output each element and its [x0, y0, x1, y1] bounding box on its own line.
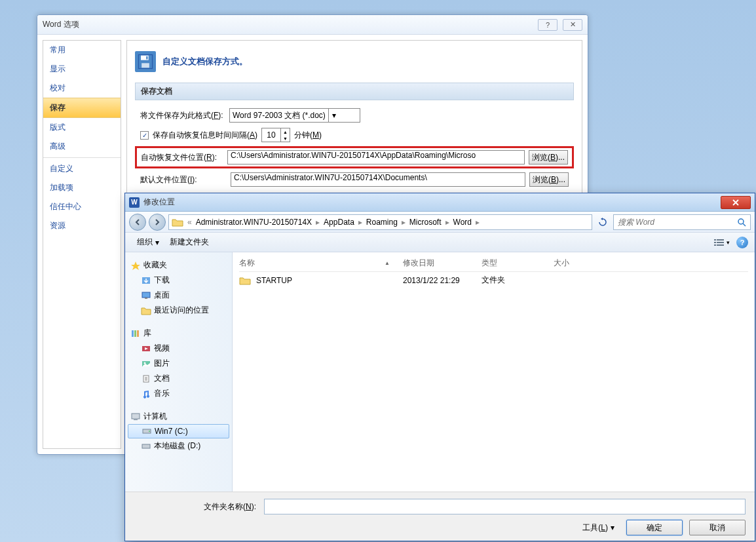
view-mode-button[interactable]: ▾: [713, 238, 730, 247]
chevron-icon[interactable]: ▸: [444, 218, 451, 227]
sidebar-item-display[interactable]: 显示: [43, 60, 121, 79]
tree-drive-c[interactable]: Win7 (C:): [128, 424, 229, 438]
file-name: STARTUP: [256, 276, 292, 285]
autorecover-minutes-spinner[interactable]: ▲▼: [261, 128, 290, 142]
chevron-down-icon: ▾: [727, 239, 730, 246]
sidebar-item-advanced[interactable]: 高级: [43, 137, 121, 156]
sidebar-item-layout[interactable]: 版式: [43, 118, 121, 137]
autorecover-location-row: 自动恢复文件位置(R): C:\Users\Administrator.WIN7…: [135, 146, 574, 168]
autorecover-label: 保存自动恢复信息时间间隔(A): [153, 130, 257, 141]
help-button[interactable]: ?: [538, 19, 558, 31]
folder-tree[interactable]: 收藏夹 下载 桌面 最近访问的位置 库 视频 图片 文档 音乐 计算机 Win7…: [125, 252, 233, 492]
refresh-button[interactable]: [595, 214, 611, 230]
svg-rect-15: [134, 330, 136, 337]
sidebar-item-addins[interactable]: 加载项: [43, 178, 121, 197]
sidebar-item-proofing[interactable]: 校对: [43, 79, 121, 98]
dropdown-icon[interactable]: ▾: [328, 109, 340, 122]
tree-library[interactable]: 库: [128, 326, 229, 341]
tree-drive-d[interactable]: 本地磁盘 (D:): [128, 438, 229, 454]
tree-documents[interactable]: 文档: [128, 371, 229, 386]
sidebar-item-save[interactable]: 保存: [43, 98, 121, 118]
folder-name-label: 文件夹名称(N):: [200, 501, 259, 513]
tree-music[interactable]: 音乐: [128, 386, 229, 401]
help-button[interactable]: ?: [736, 237, 748, 248]
svg-rect-13: [145, 298, 147, 299]
sidebar-item-resources[interactable]: 资源: [43, 216, 121, 235]
dialog-footer: 文件夹名称(N): 工具(L) ▾ 确定 取消: [125, 492, 755, 541]
save-disk-icon: [135, 51, 156, 72]
chevron-icon[interactable]: «: [186, 218, 193, 227]
tree-recent[interactable]: 最近访问的位置: [128, 303, 229, 318]
organize-menu[interactable]: 组织 ▾: [132, 237, 164, 248]
tools-menu[interactable]: 工具(L) ▾: [577, 522, 620, 533]
section-save-documents: 保存文档: [135, 83, 574, 100]
default-path-label: 默认文件位置(I):: [140, 174, 227, 185]
nav-forward-button[interactable]: [149, 214, 166, 231]
breadcrumb[interactable]: « Administrator.WIN7U-20150714X ▸ AppDat…: [168, 214, 592, 230]
bc-user[interactable]: Administrator.WIN7U-20150714X: [193, 218, 314, 227]
tree-downloads[interactable]: 下载: [128, 273, 229, 288]
col-type-header[interactable]: 类型: [482, 258, 554, 269]
new-folder-button[interactable]: 新建文件夹: [164, 237, 214, 248]
chevron-icon[interactable]: ▸: [400, 218, 407, 227]
bc-roaming[interactable]: Roaming: [364, 218, 400, 227]
svg-point-24: [149, 431, 150, 432]
file-row[interactable]: STARTUP 2013/1/22 21:29 文件夹: [239, 272, 748, 288]
svg-rect-12: [142, 292, 150, 298]
file-list[interactable]: 名称 ▲ 修改日期 类型 大小 STARTUP 2013/1/22 21:29 …: [233, 252, 755, 492]
minutes-input[interactable]: [262, 128, 280, 142]
chevron-icon[interactable]: ▸: [314, 218, 321, 227]
bc-word[interactable]: Word: [451, 218, 474, 227]
sidebar-item-trust[interactable]: 信任中心: [43, 197, 121, 216]
tree-computer[interactable]: 计算机: [128, 409, 229, 424]
word-app-icon: W: [129, 197, 140, 208]
format-select[interactable]: Word 97-2003 文档 (*.doc) ▾: [229, 108, 360, 123]
spin-up-icon[interactable]: ▲: [281, 128, 290, 135]
tree-favorites[interactable]: 收藏夹: [128, 258, 229, 273]
svg-rect-2: [142, 63, 149, 68]
chevron-icon[interactable]: ▸: [474, 218, 481, 227]
svg-rect-14: [132, 330, 134, 337]
svg-rect-7: [714, 242, 716, 243]
autorecover-checkbox[interactable]: ✓: [140, 131, 149, 140]
bc-appdata[interactable]: AppData: [321, 218, 357, 227]
cancel-button[interactable]: 取消: [689, 520, 746, 535]
svg-rect-16: [137, 330, 139, 337]
tree-desktop[interactable]: 桌面: [128, 288, 229, 303]
toolbar: 组织 ▾ 新建文件夹 ▾ ?: [125, 233, 755, 252]
chevron-down-icon: ▾: [155, 238, 159, 247]
browse-default-button[interactable]: 浏览(B)...: [529, 172, 569, 187]
nav-back-button[interactable]: [129, 214, 146, 231]
svg-rect-8: [717, 242, 724, 243]
column-headers: 名称 ▲ 修改日期 类型 大小: [239, 255, 748, 272]
ok-button[interactable]: 确定: [626, 520, 683, 535]
svg-rect-5: [714, 239, 716, 241]
col-name-header[interactable]: 名称 ▲: [239, 258, 403, 269]
col-size-header[interactable]: 大小: [554, 258, 593, 269]
search-input[interactable]: [618, 218, 737, 227]
dialog-close-button[interactable]: [721, 196, 751, 209]
file-type: 文件夹: [482, 275, 554, 286]
col-date-header[interactable]: 修改日期: [403, 258, 482, 269]
browse-autorecover-button[interactable]: 浏览(B)...: [529, 150, 568, 165]
autorecover-path-input[interactable]: C:\Users\Administrator.WIN7U-20150714X\A…: [227, 150, 525, 165]
navigation-bar: « Administrator.WIN7U-20150714X ▸ AppDat…: [125, 212, 755, 233]
folder-icon: [239, 276, 251, 285]
sort-arrow-icon: ▲: [385, 260, 390, 266]
folder-name-input[interactable]: [264, 499, 746, 514]
sidebar-item-common[interactable]: 常用: [43, 41, 121, 60]
dialog-titlebar: W 修改位置: [125, 193, 755, 212]
sidebar-item-customize[interactable]: 自定义: [43, 159, 121, 178]
spin-down-icon[interactable]: ▼: [281, 135, 290, 142]
chevron-icon[interactable]: ▸: [357, 218, 364, 227]
tree-pictures[interactable]: 图片: [128, 356, 229, 371]
bc-microsoft[interactable]: Microsoft: [407, 218, 444, 227]
browse-folder-dialog: W 修改位置 « Administrator.WIN7U-20150714X ▸…: [124, 193, 755, 541]
close-button[interactable]: ✕: [563, 19, 582, 31]
search-icon: [737, 218, 746, 227]
search-box[interactable]: [613, 214, 751, 230]
tree-videos[interactable]: 视频: [128, 341, 229, 356]
window-title: Word 选项: [43, 19, 79, 30]
default-path-input[interactable]: C:\Users\Administrator.WIN7U-20150714X\D…: [231, 172, 525, 187]
format-label: 将文件保存为此格式(F):: [140, 110, 225, 121]
